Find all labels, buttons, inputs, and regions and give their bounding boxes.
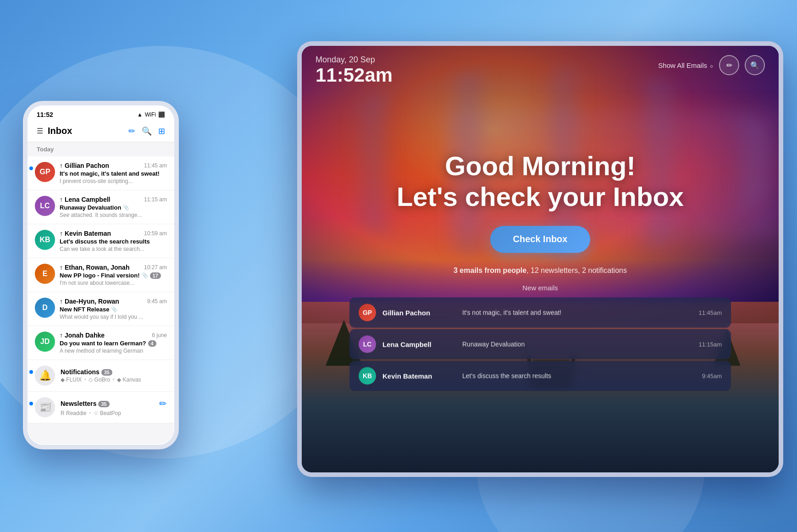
- email-top: ↑ Ethan, Rowan, Jonah 10:27 am: [60, 264, 167, 271]
- phone-header-right: ✏ 🔍 ⊞: [128, 126, 165, 136]
- phone-status-icons: ▲ WiFi ⬛: [137, 111, 165, 118]
- notifications-sources: ◆ FLUIX • ◇ GoBro • ◆ Kanvas: [61, 377, 167, 383]
- email-time: 9:45am: [702, 372, 722, 379]
- notifications-name: Notifications 35: [61, 368, 112, 376]
- signal-icon: ▲: [137, 111, 143, 118]
- newsletters-icon: 📰: [35, 397, 55, 417]
- phone-email-item[interactable]: GP ↑ Gillian Pachon 11:45 am It's not ma…: [28, 156, 174, 190]
- sender-name: ↑ Lena Campbell: [60, 196, 110, 203]
- tablet-device: Monday, 20 Sep 11:52am Show All Emails ⬦…: [297, 41, 783, 477]
- email-top: ↑ Gillian Pachon 11:45 am: [60, 162, 167, 169]
- grid-icon[interactable]: ⊞: [158, 126, 165, 136]
- email-subject: It's not magic, it's talent and sweat!: [60, 170, 167, 177]
- avatar: E: [35, 264, 55, 284]
- email-top: ↑ Lena Campbell 11:15 am: [60, 196, 167, 203]
- battery-icon: ⬛: [158, 111, 165, 118]
- tablet-email-row[interactable]: GP Gillian Pachon It's not magic, it's t…: [349, 298, 731, 328]
- phone-device: 11:52 ▲ WiFi ⬛ ☰ Inbox ✏ 🔍 ⊞ Today: [23, 101, 179, 449]
- show-all-emails-dropdown[interactable]: Show All Emails ⬦: [658, 61, 714, 69]
- email-subject: Let's discuss the search results: [60, 238, 167, 245]
- email-body: ↑ Gillian Pachon 11:45 am It's not magic…: [60, 162, 167, 184]
- phone-email-item[interactable]: E ↑ Ethan, Rowan, Jonah 10:27 am New PP …: [28, 258, 174, 292]
- avatar: KB: [359, 367, 376, 385]
- phone-email-item[interactable]: KB ↑ Kevin Bateman 10:59 am Let's discus…: [28, 224, 174, 258]
- tablet-frame: Monday, 20 Sep 11:52am Show All Emails ⬦…: [297, 41, 783, 477]
- chevron-down-icon: ⬦: [709, 61, 714, 69]
- compose-button[interactable]: ✏: [719, 55, 739, 75]
- email-time: 6 june: [152, 332, 167, 338]
- email-time: 11:45 am: [144, 162, 167, 169]
- email-time: 11:45am: [698, 309, 722, 316]
- hamburger-icon[interactable]: ☰: [37, 127, 43, 135]
- email-body: ↑ Jonah Dahke 6 june Do you want to lear…: [60, 332, 167, 354]
- phone-notifications-item[interactable]: 🔔 Notifications 35 ◆ FLUIX • ◇ GoBro • ◆…: [28, 360, 174, 392]
- avatar: D: [35, 298, 55, 318]
- email-top: ↑ Jonah Dahke 6 june: [60, 332, 167, 339]
- phone-status-time: 11:52: [37, 111, 53, 118]
- email-preview: I'm not sure about lowercase...: [60, 280, 167, 286]
- email-preview: See attached. It sounds strange...: [60, 212, 167, 218]
- search-button[interactable]: 🔍: [745, 55, 765, 75]
- phone-section-today: Today: [28, 142, 174, 156]
- phone-frame: 11:52 ▲ WiFi ⬛ ☰ Inbox ✏ 🔍 ⊞ Today: [23, 101, 179, 449]
- sender-name: ↑ Jonah Dahke: [60, 332, 105, 339]
- wifi-icon: WiFi: [145, 111, 156, 118]
- avatar: LC: [359, 336, 376, 353]
- phone-statusbar: 11:52 ▲ WiFi ⬛: [28, 105, 174, 122]
- email-subject: Do you want to learn German? 4: [60, 340, 167, 347]
- notifications-body: Notifications 35 ◆ FLUIX • ◇ GoBro • ◆ K…: [61, 368, 167, 383]
- email-preview: I prevent cross-site scripting...: [60, 178, 167, 184]
- phone-header: ☰ Inbox ✏ 🔍 ⊞: [28, 122, 174, 142]
- phone-email-item[interactable]: D ↑ Dae-Hyun, Rowan 9:45 am New NFT Rele…: [28, 292, 174, 326]
- dropdown-label: Show All Emails: [658, 61, 707, 69]
- tablet-email-row[interactable]: KB Kevin Bateman Let's discuss the searc…: [349, 361, 731, 391]
- email-subject: Runaway Devaluation 📎: [60, 204, 167, 211]
- email-preview: A new method of learning German: [60, 348, 167, 354]
- email-preview: What would you say if I told you ...: [60, 314, 167, 320]
- email-subject: It's not magic, it's talent and sweat!: [462, 309, 692, 316]
- tablet-actions: Show All Emails ⬦ ✏ 🔍: [658, 55, 765, 75]
- sender-name: ↑ Gillian Pachon: [60, 162, 109, 169]
- check-inbox-button[interactable]: Check Inbox: [490, 226, 591, 253]
- compose-small-icon[interactable]: ✏: [128, 126, 135, 136]
- tablet-email-list: GP Gillian Pachon It's not magic, it's t…: [349, 298, 731, 391]
- sender-name: ↑ Kevin Bateman: [60, 230, 111, 237]
- tablet-summary: 3 emails from people, 12 newsletters, 2 …: [349, 267, 731, 275]
- phone-inbox-title: Inbox: [48, 126, 72, 136]
- email-subject: New NFT Release 📎: [60, 306, 167, 313]
- email-body: ↑ Kevin Bateman 10:59 am Let's discuss t…: [60, 230, 167, 252]
- avatar: GP: [359, 304, 376, 321]
- phone-newsletters-item[interactable]: 📰 Newsletters 35 ✏ R Readdie • ☆ BeatPop: [28, 392, 174, 423]
- newsletters-sources: R Readdie • ☆ BeatPop: [61, 410, 167, 416]
- phone-email-item[interactable]: JD ↑ Jonah Dahke 6 june Do you want to l…: [28, 326, 174, 360]
- tablet-email-row[interactable]: LC Lena Campbell Runaway Devaluation 11:…: [349, 329, 731, 360]
- sender-name: Lena Campbell: [382, 340, 456, 348]
- avatar: JD: [35, 332, 55, 352]
- search-small-icon[interactable]: 🔍: [142, 126, 152, 136]
- email-preview: Can we take a look at the search...: [60, 246, 167, 252]
- email-subject: Let's discuss the search results: [462, 372, 696, 380]
- sender-name: ↑ Ethan, Rowan, Jonah: [60, 264, 129, 271]
- phone-email-list: GP ↑ Gillian Pachon 11:45 am It's not ma…: [28, 156, 174, 423]
- tablet-topbar: Monday, 20 Sep 11:52am Show All Emails ⬦…: [302, 46, 779, 95]
- notifications-top: Notifications 35: [61, 368, 167, 376]
- email-subject: New PP logo - Final version! 📎 17: [60, 272, 167, 279]
- tablet-date: Monday, 20 Sep: [315, 55, 393, 65]
- sender-name: Kevin Bateman: [382, 372, 456, 380]
- tablet-hero-bg: Monday, 20 Sep 11:52am Show All Emails ⬦…: [302, 46, 779, 472]
- email-time: 10:27 am: [144, 264, 167, 271]
- greeting-line1: Good Morning!: [349, 151, 731, 182]
- newsletters-body: Newsletters 35 ✏ R Readdie • ☆ BeatPop: [61, 398, 167, 416]
- tablet-greeting: Good Morning! Let's check your Inbox: [349, 151, 731, 212]
- email-top: ↑ Kevin Bateman 10:59 am: [60, 230, 167, 237]
- newsletters-action-icon[interactable]: ✏: [159, 398, 167, 409]
- email-time: 11:15am: [698, 341, 722, 348]
- email-subject: Runaway Devaluation: [462, 341, 692, 348]
- email-time: 11:15 am: [144, 196, 167, 203]
- tablet-main-content: Good Morning! Let's check your Inbox Che…: [349, 151, 731, 391]
- avatar: LC: [35, 196, 55, 216]
- phone-email-item[interactable]: LC ↑ Lena Campbell 11:15 am Runaway Deva…: [28, 190, 174, 224]
- sender-name: ↑ Dae-Hyun, Rowan: [60, 298, 119, 305]
- email-body: ↑ Ethan, Rowan, Jonah 10:27 am New PP lo…: [60, 264, 167, 286]
- newsletters-top: Newsletters 35 ✏: [61, 398, 167, 409]
